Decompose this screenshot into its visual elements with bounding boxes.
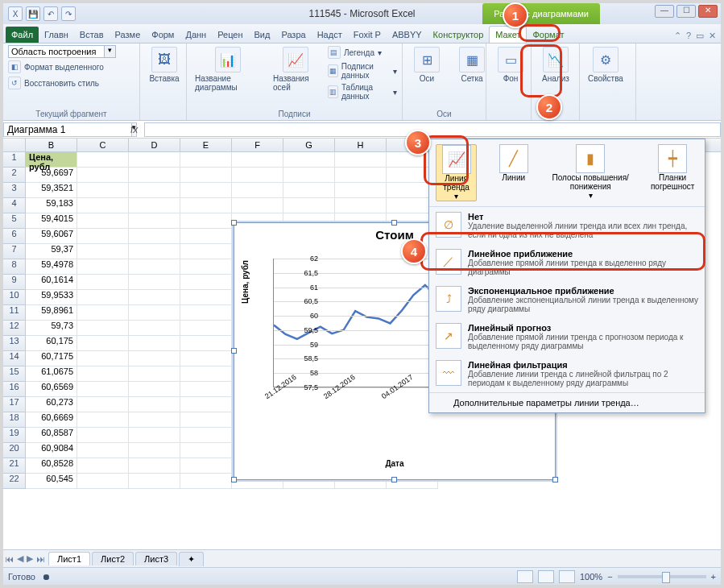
col-E[interactable]: E	[180, 139, 232, 151]
sheet-tab-3[interactable]: Лист3	[135, 552, 177, 565]
trend-opt-forecast[interactable]: ↗Линейный прогнозДобавление прямой линии…	[429, 318, 705, 355]
row-header[interactable]: 13	[3, 336, 26, 351]
cell[interactable]: Цена, рубл	[26, 152, 77, 168]
undo-icon[interactable]: ↶	[43, 6, 58, 21]
data-labels-button[interactable]: ▦Подписи данных ▾	[328, 61, 397, 81]
sheet-nav-prev[interactable]: ◀	[15, 553, 25, 564]
tab-insert[interactable]: Встав	[74, 27, 110, 43]
cell[interactable]: 60,9084	[26, 443, 77, 458]
sheet-nav-first[interactable]: ⏮	[3, 554, 15, 564]
row-header[interactable]: 18	[3, 412, 26, 428]
tab-developer[interactable]: Разра	[275, 27, 311, 43]
cell[interactable]: 61,0675	[26, 366, 77, 382]
lines-button[interactable]: ╱Линии	[493, 144, 534, 201]
redo-icon[interactable]: ↷	[61, 6, 76, 21]
updown-bars-button[interactable]: ▮Полосы повышения/понижения ▾	[550, 144, 631, 201]
cell[interactable]: 60,7175	[26, 351, 77, 366]
cell[interactable]: 60,175	[26, 336, 77, 351]
cell[interactable]: 59,4015	[26, 213, 77, 229]
legend-button[interactable]: ▤Легенда ▾	[328, 45, 397, 60]
axes-button[interactable]: ⊞Оси	[408, 45, 446, 85]
row-header[interactable]: 22	[3, 474, 26, 489]
row-header[interactable]: 15	[3, 366, 26, 382]
analysis-button[interactable]: 📉Анализ	[536, 45, 575, 85]
col-D[interactable]: D	[129, 139, 180, 151]
cell[interactable]: 59,4978	[26, 259, 77, 275]
fx-label[interactable]: fx	[124, 124, 144, 135]
minimize-button[interactable]: —	[655, 5, 674, 18]
tab-chart-format[interactable]: Формат	[527, 27, 569, 43]
tab-data[interactable]: Данн	[180, 27, 212, 43]
cell[interactable]: 60,8528	[26, 458, 77, 474]
select-all-corner[interactable]	[3, 139, 26, 151]
doc-close-icon[interactable]: ✕	[709, 31, 716, 41]
cell[interactable]: 59,6697	[26, 168, 77, 183]
data-table-button[interactable]: ▥Таблица данных ▾	[328, 82, 397, 101]
cell[interactable]: 59,3521	[26, 183, 77, 198]
gridlines-button[interactable]: ▦Сетка	[453, 45, 491, 85]
axis-titles-button[interactable]: 📈Названия осей	[270, 45, 321, 93]
trend-opt-linear[interactable]: ／Линейное приближениеДобавление прямой л…	[429, 244, 705, 281]
new-sheet-button[interactable]: ✦	[179, 552, 204, 566]
cell[interactable]: 60,6669	[26, 412, 77, 428]
col-B[interactable]: B	[26, 139, 77, 151]
formula-input[interactable]	[144, 122, 721, 137]
row-header[interactable]: 1	[3, 152, 26, 168]
tab-chart-layout[interactable]: Макет	[489, 26, 527, 43]
row-header[interactable]: 11	[3, 305, 26, 321]
row-header[interactable]: 14	[3, 351, 26, 366]
insert-button[interactable]: 🖼Вставка	[145, 45, 184, 85]
col-F[interactable]: F	[232, 139, 283, 151]
tab-view[interactable]: Вид	[249, 27, 276, 43]
save-icon[interactable]: 💾	[26, 6, 40, 21]
tab-review[interactable]: Рецен	[212, 27, 248, 43]
maximize-button[interactable]: ☐	[676, 5, 696, 18]
trend-opt-movingavg[interactable]: 〰Линейная фильтрацияДобавление линии тре…	[429, 355, 705, 392]
doc-restore-icon[interactable]: ▭	[696, 31, 704, 41]
zoom-slider[interactable]	[618, 575, 706, 578]
properties-button[interactable]: ⚙Свойства	[585, 45, 627, 85]
row-header[interactable]: 2	[3, 168, 26, 183]
view-pagebreak-icon[interactable]	[559, 570, 575, 583]
tab-file[interactable]: Файл	[6, 27, 39, 43]
trend-opt-none[interactable]: ∅НетУдаление выделенной линии тренда или…	[429, 207, 705, 244]
cell[interactable]: 60,273	[26, 397, 77, 412]
row-header[interactable]: 20	[3, 443, 26, 458]
row-header[interactable]: 6	[3, 229, 26, 244]
format-selection-button[interactable]: ◧Формат выделенного	[8, 60, 104, 74]
chart-element-input[interactable]	[8, 45, 105, 58]
trend-opt-exponential[interactable]: ⤴Экспоненциальное приближениеДобавление …	[429, 281, 705, 318]
row-header[interactable]: 17	[3, 397, 26, 412]
name-box[interactable]: ▾	[3, 122, 124, 137]
row-header[interactable]: 19	[3, 428, 26, 443]
cell[interactable]: 59,183	[26, 198, 77, 213]
tab-formulas[interactable]: Форм	[146, 27, 180, 43]
chart-title-button[interactable]: 📊Название диаграммы	[192, 45, 263, 93]
row-header[interactable]: 3	[3, 183, 26, 198]
row-header[interactable]: 12	[3, 321, 26, 336]
background-button[interactable]: ▭Фон	[491, 45, 530, 85]
sheet-nav-next[interactable]: ▶	[25, 553, 35, 564]
row-header[interactable]: 4	[3, 198, 26, 213]
cell[interactable]: 60,1614	[26, 275, 77, 290]
tab-foxit[interactable]: Foxit P	[348, 27, 387, 43]
cell[interactable]: 60,6569	[26, 382, 77, 397]
error-bars-button[interactable]: ┿Планки погрешност	[647, 144, 698, 201]
trend-more-options[interactable]: Дополнительные параметры линии тренда…	[429, 392, 705, 412]
col-H[interactable]: H	[335, 139, 387, 151]
chart-element-selector[interactable]: ▾	[8, 45, 116, 58]
tab-addins[interactable]: Надст	[312, 27, 348, 43]
row-header[interactable]: 21	[3, 458, 26, 474]
cell[interactable]: 59,37	[26, 244, 77, 259]
cell[interactable]: 60,8587	[26, 428, 77, 443]
help-icon[interactable]: ?	[686, 31, 691, 41]
tab-chart-design[interactable]: Конструктор	[428, 27, 490, 43]
tab-home[interactable]: Главн	[39, 27, 74, 43]
cell[interactable]: 59,73	[26, 321, 77, 336]
cell[interactable]: 60,545	[26, 474, 77, 489]
cell[interactable]: 59,6067	[26, 229, 77, 244]
reset-style-button[interactable]: ↺Восстановить стиль	[8, 76, 99, 90]
row-header[interactable]: 9	[3, 275, 26, 290]
tab-abbyy[interactable]: ABBYY	[387, 27, 428, 43]
zoom-level[interactable]: 100%	[580, 572, 602, 582]
